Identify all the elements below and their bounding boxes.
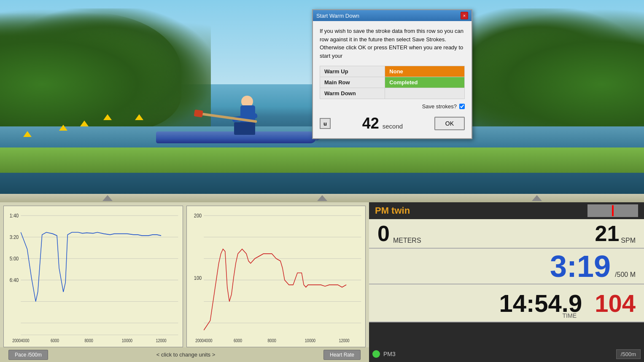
- timer-value: 42: [362, 115, 379, 132]
- pm-time-label: TIME: [563, 312, 577, 319]
- pm-bottom-bar: PM3 /500m: [369, 346, 644, 362]
- warm-up-status: None: [385, 66, 465, 77]
- pm-watts-value: 104: [595, 289, 636, 317]
- svg-text:5:00: 5:00: [10, 255, 19, 261]
- svg-text:8000: 8000: [267, 338, 276, 343]
- main-row-label: Main Row: [320, 77, 385, 88]
- svg-text:100: 100: [194, 275, 202, 281]
- warm-down-status: [385, 88, 465, 99]
- pm-spm-label: SPM: [621, 237, 636, 248]
- charts-area: 1:40 3:20 5:00 6:40 20004000 6000 8000 1…: [0, 202, 369, 362]
- svg-text:1:40: 1:40: [10, 213, 19, 219]
- svg-text:200: 200: [194, 213, 202, 219]
- pm-pace-value: 3:19: [550, 249, 611, 284]
- pm-meters-label: METERS: [393, 237, 421, 248]
- charts-bottom-bar: Pace /500m < click to change units > Hea…: [0, 347, 369, 362]
- pm-spm-value: 21: [595, 221, 619, 246]
- dashboard: 1:40 3:20 5:00 6:40 20004000 6000 8000 1…: [0, 202, 644, 362]
- separator-arrow-3: [532, 195, 542, 201]
- svg-text:3:20: 3:20: [10, 234, 19, 240]
- pm-title: PM twin: [375, 205, 587, 216]
- pm-panel: PM twin 0 METERS 21 SPM 3:19 /500 M 14:5…: [369, 202, 644, 362]
- heart-rate-chart: 200 100 20004000 6000 8000 10000 12000: [186, 206, 366, 347]
- separator: [0, 194, 644, 202]
- pm3-label: PM3: [383, 351, 396, 357]
- svg-text:12000: 12000: [339, 338, 349, 343]
- pm-header: PM twin: [369, 202, 644, 219]
- dialog-close-button[interactable]: ×: [461, 12, 468, 19]
- pace-chart-svg: 1:40 3:20 5:00 6:40 20004000 6000 8000 1…: [4, 206, 183, 347]
- separator-arrow-2: [317, 195, 327, 201]
- save-strokes-label: Save strokes?: [422, 103, 457, 110]
- ok-button[interactable]: OK: [434, 117, 465, 130]
- per500m-button[interactable]: /500m: [616, 349, 641, 359]
- save-strokes-checkbox[interactable]: [459, 104, 465, 109]
- main-row-status: Completed: [385, 77, 465, 88]
- table-row: Main Row Completed: [320, 77, 465, 88]
- heart-rate-button[interactable]: Heart Rate: [323, 350, 361, 360]
- dialog-bottom-row: u 42 second OK: [320, 113, 465, 134]
- timer-unit: second: [383, 123, 403, 130]
- dialog-message: If you wish to save the stroke data from…: [320, 27, 465, 60]
- hr-chart-svg: 200 100 20004000 6000 8000 10000 12000: [187, 206, 366, 347]
- svg-text:12000: 12000: [156, 338, 166, 343]
- svg-text:10000: 10000: [122, 338, 132, 343]
- warm-up-label: Warm Up: [320, 66, 385, 77]
- warm-down-label: Warm Down: [320, 88, 385, 99]
- table-row: Warm Down: [320, 88, 465, 99]
- pm-indicator-line: [612, 205, 614, 216]
- svg-text:6000: 6000: [233, 338, 242, 343]
- save-strokes-row: Save strokes?: [320, 103, 465, 110]
- u-button[interactable]: u: [320, 118, 331, 129]
- dialog-titlebar: Start Warm Down ×: [313, 10, 472, 21]
- table-row: Warm Up None: [320, 66, 465, 77]
- svg-text:6000: 6000: [51, 338, 59, 343]
- timer-display: 42 second: [362, 115, 403, 132]
- pm-meters-row: 0 METERS 21 SPM: [369, 219, 644, 249]
- svg-text:20004000: 20004000: [12, 338, 29, 343]
- pm-pace-row: 3:19 /500 M: [369, 249, 644, 284]
- pm-indicator-bar: [587, 204, 638, 217]
- pm-meters-value: 0: [377, 221, 390, 246]
- svg-text:8000: 8000: [85, 338, 93, 343]
- dialog-window: Start Warm Down × If you wish to save th…: [312, 9, 472, 139]
- separator-arrow-1: [102, 195, 113, 201]
- dialog-table: Warm Up None Main Row Completed Warm Dow…: [320, 66, 465, 99]
- chart-nav-label: < click to change units >: [156, 351, 215, 358]
- dialog-title: Start Warm Down: [316, 13, 359, 19]
- pm-green-dot: [372, 350, 380, 358]
- charts-row: 1:40 3:20 5:00 6:40 20004000 6000 8000 1…: [0, 202, 369, 347]
- pm-pace-label: /500 M: [615, 271, 636, 284]
- dialog-body: If you wish to save the stroke data from…: [313, 21, 472, 138]
- svg-text:6:40: 6:40: [10, 277, 19, 283]
- svg-text:20004000: 20004000: [195, 338, 212, 343]
- pace-button[interactable]: Pace /500m: [8, 350, 48, 360]
- dialog-overlay: Start Warm Down × If you wish to save th…: [0, 0, 644, 194]
- pace-chart: 1:40 3:20 5:00 6:40 20004000 6000 8000 1…: [3, 206, 183, 347]
- pm-time-row: 14:54.9 TIME 104: [369, 284, 644, 322]
- svg-text:10000: 10000: [304, 338, 315, 343]
